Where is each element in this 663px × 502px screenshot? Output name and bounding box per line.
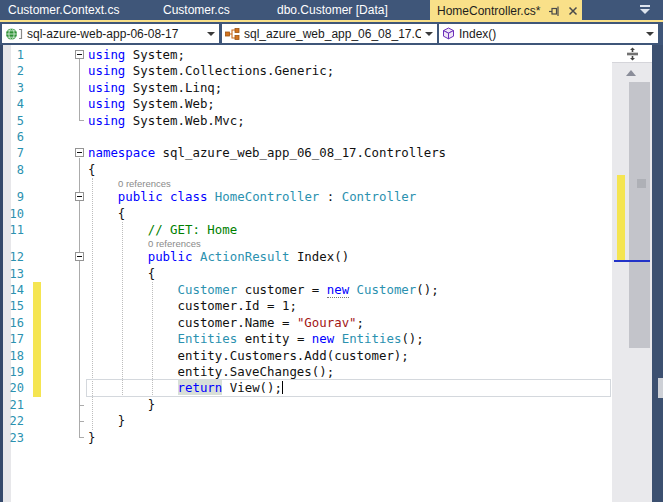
code-line[interactable]: 5using System.Web.Mvc;: [0, 113, 612, 129]
code-line-text: namespace sql_azure_web_app_06_08_17.Con…: [88, 145, 446, 161]
code-line[interactable]: 12 public ActionResult Index(): [0, 249, 612, 265]
code-line[interactable]: 4using System.Web;: [0, 96, 612, 112]
line-number: 13: [0, 267, 24, 281]
line-number: 7: [0, 146, 24, 160]
code-line-text: customer.Name = "Gourav";: [88, 315, 364, 331]
scroll-up-arrow-icon[interactable]: [626, 70, 636, 76]
code-line[interactable]: 19 entity.SaveChanges();: [0, 364, 612, 380]
code-line-text: {: [88, 266, 155, 282]
tab-dbo-customer-data[interactable]: dbo.Customer [Data]: [277, 3, 388, 17]
code-line-text: {: [88, 162, 95, 178]
code-line-text: return View();: [88, 380, 283, 396]
change-bar: [33, 348, 41, 364]
project-dropdown-value: sql-azure-web-app-06-08-17: [27, 27, 203, 41]
chevron-down-icon[interactable]: [639, 5, 651, 16]
code-line[interactable]: 18 entity.Customers.Add(customer);: [0, 348, 612, 364]
tab-homecontroller-active[interactable]: HomeController.cs*: [430, 0, 582, 22]
change-bar: [33, 315, 41, 331]
pin-icon[interactable]: [548, 5, 560, 17]
chevron-down-icon: [646, 32, 654, 36]
scrollbar-caret-marker: [614, 260, 650, 262]
code-line[interactable]: 6: [0, 129, 612, 145]
code-line-text: public ActionResult Index(): [88, 249, 349, 265]
line-number: 5: [0, 114, 24, 128]
vs-editor-window: Customer.Context.cs Customer.cs dbo.Cust…: [0, 0, 663, 502]
line-number: 14: [0, 283, 24, 297]
type-dropdown[interactable]: sql_azure_web_app_06_08_17.Cont: [222, 24, 437, 43]
change-bar: [33, 331, 41, 347]
line-number: 23: [0, 431, 24, 445]
code-line[interactable]: 2using System.Collections.Generic;: [0, 63, 612, 79]
splitter-icon: [625, 47, 640, 61]
line-number: 2: [0, 64, 24, 78]
fold-toggle-icon[interactable]: [75, 50, 84, 59]
line-number: 15: [0, 299, 24, 313]
line-number: 1: [0, 48, 24, 62]
chevron-down-icon: [425, 32, 433, 36]
code-line[interactable]: 14 Customer customer = new Customer();: [0, 282, 612, 298]
tab-customer-context[interactable]: Customer.Context.cs: [8, 3, 119, 17]
vertical-scrollbar[interactable]: [612, 45, 652, 502]
code-line-text: using System.Web;: [88, 96, 215, 112]
code-line[interactable]: 8{: [0, 162, 612, 178]
class-icon: [225, 28, 240, 40]
change-bar: [33, 380, 41, 396]
fold-toggle-icon[interactable]: [75, 252, 84, 261]
fold-toggle-icon[interactable]: [75, 148, 84, 157]
line-number: 21: [0, 398, 24, 412]
code-line[interactable]: 16 customer.Name = "Gourav";: [0, 315, 612, 331]
codelens-row: 0 references: [0, 238, 612, 249]
code-line[interactable]: 17 Entities entity = new Entities();: [0, 331, 612, 347]
code-line[interactable]: 3using System.Linq;: [0, 80, 612, 96]
line-number: 20: [0, 381, 24, 395]
line-number: 9: [0, 190, 24, 204]
member-dropdown[interactable]: Index(): [439, 24, 658, 43]
code-line-text: {: [88, 206, 125, 222]
code-line[interactable]: 7namespace sql_azure_web_app_06_08_17.Co…: [0, 145, 612, 161]
code-line-text: using System;: [88, 47, 185, 63]
codelens-row: 0 references: [0, 178, 612, 189]
code-line-text: using System.Collections.Generic;: [88, 63, 334, 79]
code-line-text: // GET: Home: [88, 222, 237, 238]
line-number: 10: [0, 207, 24, 221]
code-line[interactable]: 10 {: [0, 206, 612, 222]
outer-scrollbar-fragment: [658, 378, 663, 398]
active-tab-label: HomeController.cs*: [437, 4, 540, 18]
code-line[interactable]: 9 public class HomeController : Controll…: [0, 189, 612, 205]
code-line-text: customer.Id = 1;: [88, 298, 297, 314]
change-bar: [33, 298, 41, 314]
line-number: 4: [0, 97, 24, 111]
code-line-text: public class HomeController : Controller: [88, 189, 416, 205]
text-cursor: [282, 381, 283, 394]
code-line[interactable]: 11 // GET: Home: [0, 222, 612, 238]
change-bar: [33, 282, 41, 298]
tab-customer[interactable]: Customer.cs: [163, 3, 230, 17]
type-dropdown-value: sql_azure_web_app_06_08_17.Cont: [244, 27, 421, 41]
code-line[interactable]: 21 }: [0, 397, 612, 413]
chevron-down-icon: [207, 32, 215, 36]
close-icon[interactable]: [568, 6, 578, 16]
split-window-handle[interactable]: [612, 45, 652, 63]
code-line-text: entity.Customers.Add(customer);: [88, 348, 409, 364]
codelens-references[interactable]: 0 references: [148, 238, 201, 249]
project-dropdown[interactable]: sql-azure-web-app-06-08-17: [2, 24, 219, 43]
code-line[interactable]: 20 return View();: [0, 380, 612, 396]
code-line-text: using System.Web.Mvc;: [88, 113, 245, 129]
fold-toggle-icon[interactable]: [75, 192, 84, 201]
line-number: 22: [0, 414, 24, 428]
code-line-text: entity.SaveChanges();: [88, 364, 334, 380]
codelens-references[interactable]: 0 references: [118, 178, 171, 189]
code-line[interactable]: 1using System;: [0, 47, 612, 63]
line-number: 19: [0, 365, 24, 379]
code-line[interactable]: 22 }: [0, 413, 612, 429]
line-number: 6: [0, 130, 24, 144]
code-line[interactable]: 13 {: [0, 266, 612, 282]
code-rows[interactable]: 1using System;2using System.Collections.…: [0, 47, 612, 446]
line-number: 11: [0, 223, 24, 237]
member-dropdown-value: Index(): [459, 27, 642, 41]
code-line-text: Customer customer = new Customer();: [88, 282, 439, 298]
scrollbar-thumb[interactable]: [629, 82, 650, 348]
code-editor[interactable]: 1using System;2using System.Collections.…: [0, 45, 612, 502]
code-line[interactable]: 23}: [0, 430, 612, 446]
code-line[interactable]: 15 customer.Id = 1;: [0, 298, 612, 314]
